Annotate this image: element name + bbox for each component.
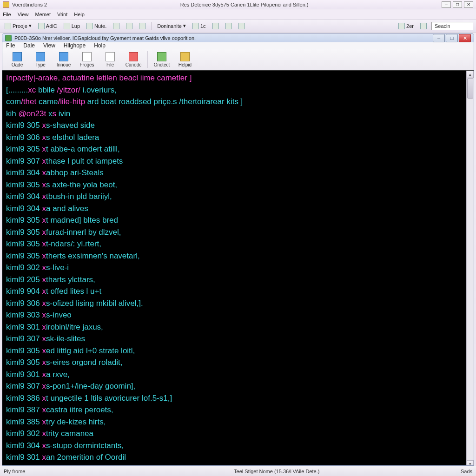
tool-type[interactable]: Type — [29, 49, 52, 70]
folder-arrow-icon — [38, 23, 45, 29]
scroll-thumb[interactable] — [467, 78, 473, 99]
froges-icon — [82, 52, 92, 61]
outer-title-left: Voerdtinclons 2 — [12, 2, 47, 7]
scroll-track[interactable] — [467, 78, 474, 460]
inner-menu-file[interactable]: File — [6, 42, 15, 49]
tb-page[interactable] — [418, 22, 429, 30]
tool-sep — [147, 51, 148, 68]
globe-icon — [5, 23, 11, 29]
outer-toolbar: Prooje ▾ AdiC Lup Nute. Doninanite ▾ 1c … — [0, 20, 476, 33]
tool-label: File — [106, 62, 114, 67]
tb-sep-1 — [151, 22, 152, 30]
tb-prooje[interactable]: Prooje ▾ — [3, 22, 33, 30]
outer-window: Voerdtinclons 2 Res Detenice 3dy575 Cane… — [0, 0, 476, 476]
tool-oade[interactable]: Oade — [6, 49, 28, 70]
tool-froges[interactable]: Froges — [76, 49, 98, 70]
inner-title: P00D-3S0o Nrer vielioer. ICGapicloud fay… — [14, 35, 432, 41]
inner-menu-dale[interactable]: Dale — [23, 42, 35, 49]
outer-menu-file[interactable]: File — [3, 12, 11, 17]
outer-close-button[interactable]: ✕ — [464, 1, 473, 8]
tool-onctect[interactable]: Onctect — [151, 49, 173, 70]
app-icon — [3, 1, 9, 8]
oade-icon — [13, 52, 22, 61]
tool-helpid[interactable]: Helpid — [174, 49, 196, 70]
file-icon — [106, 52, 115, 61]
inner-menubar: File Dale View Hiighope Holp — [2, 42, 474, 49]
helpid-icon — [180, 52, 190, 61]
tb-doninanite[interactable]: Doninanite ▾ — [155, 22, 188, 30]
terminal-output[interactable]: Inpactly|-arake, actuatine letilen beacl… — [2, 71, 466, 466]
tool-label: Innoue — [57, 62, 71, 67]
tool-label: Type — [35, 62, 46, 67]
outer-titlebar[interactable]: Voerdtinclons 2 Res Detenice 3dy575 Cane… — [0, 0, 476, 9]
outer-minimize-button[interactable]: – — [442, 1, 451, 8]
tool-file[interactable]: File — [99, 49, 121, 70]
inner-close-button[interactable]: ✕ — [459, 34, 471, 42]
inner-menu-hiighope[interactable]: Hiighope — [64, 42, 86, 49]
inner-menu-holp[interactable]: Holp — [94, 42, 106, 49]
tb-adic[interactable]: AdiC — [36, 22, 59, 30]
tool-label: Froges — [79, 62, 94, 67]
terminal-scrollbar[interactable]: ▴ ▾ — [466, 71, 474, 466]
tool-label: Helpid — [178, 62, 192, 67]
scroll-up-button[interactable]: ▴ — [467, 71, 474, 78]
refresh-icon — [238, 23, 245, 29]
tb-sq2[interactable] — [124, 22, 134, 30]
outer-title-mid: Res Detenice 3dy575 Canen 1Llite Pilopen… — [47, 2, 442, 7]
inner-titlebar[interactable]: P00D-3S0o Nrer vielioer. ICGapicloud fay… — [2, 34, 474, 42]
disk-icon — [86, 23, 93, 29]
plus-icon — [139, 23, 145, 29]
canodc-icon — [129, 52, 138, 61]
tb-plus[interactable] — [137, 22, 147, 30]
tb-2er[interactable]: 2er — [397, 22, 416, 30]
inner-maximize-button[interactable]: □ — [446, 34, 458, 42]
outer-menu-view[interactable]: View — [18, 12, 29, 17]
inner-minimize-button[interactable]: – — [433, 34, 445, 42]
inner-app-icon — [5, 35, 12, 41]
cal-icon — [192, 23, 199, 29]
dial-icon — [398, 23, 405, 29]
status-right: Sads — [444, 469, 472, 474]
tb-search[interactable] — [211, 22, 221, 30]
innoue-icon — [59, 52, 68, 61]
outer-maximize-button[interactable]: □ — [453, 1, 462, 8]
folder-icon — [225, 23, 232, 29]
square2-icon — [126, 23, 132, 29]
tb-nute[interactable]: Nute. — [85, 22, 108, 30]
outer-menubar: File View Memet Vrint Help — [0, 9, 476, 20]
magnifier-icon — [212, 23, 219, 29]
tb-1c[interactable]: 1c — [191, 22, 208, 30]
inner-menu-view[interactable]: View — [43, 42, 55, 49]
doc-icon — [64, 23, 70, 29]
tb-refresh[interactable] — [237, 22, 247, 30]
status-left: Ply frome — [4, 469, 25, 474]
inner-window: P00D-3S0o Nrer vielioer. ICGapicloud fay… — [2, 33, 474, 466]
onctect-icon — [157, 52, 166, 61]
inner-toolbar: OadeTypeInnoueFrogesFileCanodcOnctectHel… — [2, 49, 474, 70]
square-icon — [113, 23, 119, 29]
tool-label: Oade — [12, 62, 23, 67]
outer-menu-help[interactable]: Help — [74, 12, 85, 17]
statusbar: Ply frome Teel Stiget Nome (15.36/LVAile… — [0, 466, 476, 476]
terminal-area: Inpactly|-arake, actuatine letilen beacl… — [2, 70, 474, 466]
tb-lup[interactable]: Lup — [62, 22, 82, 30]
tool-label: Canodc — [126, 62, 141, 67]
outer-menu-vrint[interactable]: Vrint — [57, 12, 67, 17]
tb-folder[interactable] — [224, 22, 234, 30]
tb-sq1[interactable] — [111, 22, 121, 30]
scroll-down-button[interactable]: ▾ — [467, 460, 474, 466]
tool-label: Onctect — [154, 62, 170, 67]
page-icon — [420, 23, 427, 29]
outer-search-input[interactable]: Seacin — [431, 22, 473, 30]
tool-innoue[interactable]: Innoue — [53, 49, 75, 70]
status-mid: Teel Stiget Nome (15.36/LVAile Dete.) — [25, 469, 444, 474]
type-icon — [36, 52, 45, 61]
outer-menu-memet[interactable]: Memet — [35, 12, 51, 17]
tool-canodc[interactable]: Canodc — [122, 49, 145, 70]
